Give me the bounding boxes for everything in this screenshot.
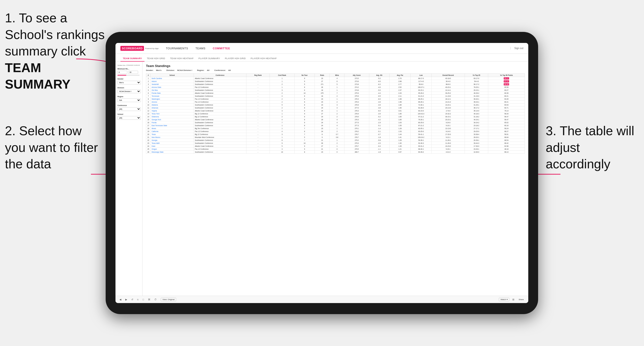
cell-school[interactable]: Ole Miss (150, 89, 194, 92)
toolbar-copy[interactable]: ⌘ (147, 298, 151, 301)
toolbar-share-icon[interactable]: ⎋ (136, 298, 140, 301)
table-row[interactable]: 6 Florida State Atlantic Coast Conferenc… (146, 92, 525, 95)
cell-school[interactable]: Florida State (150, 92, 194, 95)
cell-adj-score: 276.3 (344, 109, 369, 112)
cell-rnds: 27 (314, 80, 330, 83)
cell-school[interactable]: Florida (150, 121, 194, 124)
table-row[interactable]: 5 Ole Miss Southeastern Conference - 3 6… (146, 89, 525, 92)
tab-player-h2h-heatmap[interactable]: PLAYER H2H HEATMAP (248, 56, 279, 62)
table-row[interactable]: 2 Auburn Southeastern Conference - 1 9 2… (146, 80, 525, 83)
nav-committee[interactable]: COMMITTEE (213, 47, 230, 50)
table-row[interactable]: 17 East Tennessee State Southeastern Con… (146, 124, 525, 127)
cell-avg-par: 1.21 (390, 148, 410, 151)
table-row[interactable]: 8 Washington Pac-12 Conference - 2 8 23 … (146, 98, 525, 101)
tab-team-h2h-heatmap[interactable]: TEAM H2H HEATMAP (168, 56, 196, 62)
tab-team-h2h-grid[interactable]: TEAM H2H GRID (144, 56, 168, 62)
cell-school[interactable]: Washington (150, 98, 194, 101)
cell-school[interactable]: Illinois (150, 127, 194, 130)
cell-school[interactable]: Arizona (150, 101, 194, 104)
toolbar-bookmark[interactable]: □ (142, 298, 145, 301)
nav-tournaments[interactable]: TOURNAMENTS (166, 47, 188, 50)
table-row[interactable]: 13 Texas Tech Big 12 Conference - 1 9 27… (146, 112, 525, 115)
cell-school[interactable]: North Carolina (150, 77, 194, 80)
cell-conference: Southeastern Conference (194, 142, 246, 145)
nav-teams[interactable]: TEAMS (196, 47, 206, 50)
table-row[interactable]: 25 Oregon Pac-12 Conference - 3 9 21 0 2… (146, 148, 525, 151)
table-row[interactable]: 21 New Mexico Mountain West Conference -… (146, 136, 525, 139)
filter-school-select[interactable]: (All) (118, 116, 141, 120)
table-row[interactable]: 26 Mississippi State Southeastern Confer… (146, 151, 525, 154)
cell-school[interactable]: Georgia (150, 139, 194, 142)
cell-vs25: 33-38-4 (465, 133, 488, 136)
view-original-btn[interactable]: View: Original (161, 298, 176, 301)
cell-school[interactable]: East Tennessee State (150, 124, 194, 127)
cell-school[interactable]: Duke (150, 145, 194, 148)
toolbar-reload[interactable]: ↺ (130, 298, 134, 301)
filter-region-select[interactable]: N/A All (118, 98, 141, 102)
table-row[interactable]: 12 Virginia Atlantic Coast Conference - … (146, 109, 525, 112)
toolbar-back[interactable]: ◀ (118, 298, 122, 301)
cell-school[interactable]: Arkansas (150, 107, 194, 109)
tab-player-h2h-grid[interactable]: PLAYER H2H GRID (222, 56, 248, 62)
filter-gender-select[interactable]: Men's Women's (118, 81, 141, 84)
cell-school[interactable]: Texas (150, 133, 194, 136)
table-row[interactable]: 18 Illinois Big Ten Conference - 1 7 23 … (146, 127, 525, 130)
table-row[interactable]: 4 Arizona State Pac-12 Conference - 1 8 … (146, 86, 525, 89)
toolbar-grid[interactable]: ⊞ (511, 298, 515, 301)
cell-school[interactable]: Mississippi State (150, 151, 194, 154)
table-row[interactable]: 15 Georgia Tech Atlantic Coast Conferenc… (146, 118, 525, 121)
table-row[interactable]: 9 Arizona Pac-12 Conference - 2 8 23 2 2… (146, 101, 525, 104)
table-row[interactable]: 24 Duke Atlantic Coast Conference - 5 9 … (146, 145, 525, 148)
instruction-step1-text: 1. To see a School's rankings summary cl… (5, 11, 105, 58)
table-area: Team Standings Gender: Men's Division: N… (142, 62, 528, 296)
toolbar-clock[interactable]: ⏱ (153, 298, 158, 301)
col-avg-par: Avg. Par (390, 74, 410, 77)
cell-school[interactable]: Tennessee (150, 95, 194, 98)
cell-school[interactable]: Vanderbilt (150, 83, 194, 86)
filter-rounds-min[interactable] (118, 71, 127, 74)
table-row[interactable]: 22 Georgia Southeastern Conference - 8 7… (146, 139, 525, 142)
cell-school[interactable]: Texas Tech (150, 112, 194, 115)
cell-vs25: 40-29-2 (465, 92, 488, 95)
table-row[interactable]: 23 Texas A&M Southeastern Conference - 9… (146, 142, 525, 145)
filter-conference-value: All (228, 69, 231, 71)
slider-bar[interactable] (118, 75, 140, 76)
cell-school[interactable]: Georgia Tech (150, 118, 194, 121)
cell-no-tour: 8 (294, 124, 315, 127)
sign-out[interactable]: Sign out (510, 47, 523, 50)
cell-school[interactable]: New Mexico (150, 136, 194, 139)
cell-school[interactable]: California (150, 130, 194, 133)
cell-school[interactable]: Alabama (150, 104, 194, 107)
tab-player-summary[interactable]: PLAYER SUMMARY (196, 56, 222, 62)
filter-division-select[interactable]: NCAA Division I NCAA Division II NCAA Di… (118, 90, 141, 93)
share-btn[interactable]: Share (517, 298, 525, 301)
cell-reg-rank: - (246, 118, 270, 121)
cell-school[interactable]: Arizona State (150, 86, 194, 89)
table-row[interactable]: 11 Arkansas Southeastern Conference - 2 … (146, 107, 525, 109)
table-row[interactable]: 7 Tennessee Southeastern Conference - 4 … (146, 95, 525, 98)
table-row[interactable]: 14 Oklahoma Big 12 Conference - 2 6 24 2… (146, 115, 525, 118)
cell-low: 95-6-0 (410, 83, 432, 86)
watch-btn[interactable]: Watch ▾ (499, 298, 509, 301)
table-row[interactable]: 16 Florida Southeastern Conference - 7 9… (146, 121, 525, 124)
cell-school[interactable]: Virginia (150, 109, 194, 112)
table-row[interactable]: 3 Vanderbilt Southeastern Conference - 2… (146, 83, 525, 86)
cell-adj-score: 278.7 (344, 136, 369, 139)
table-row[interactable]: 20 Texas Big 12 Conference - 3 7 8 0.7 2… (146, 133, 525, 136)
table-row[interactable]: 10 Alabama Southeastern Conference - 5 8… (146, 104, 525, 107)
filter-school-label: School (118, 113, 140, 115)
cell-school[interactable]: Texas A&M (150, 142, 194, 145)
cell-school[interactable]: Auburn (150, 80, 194, 83)
tab-team-summary[interactable]: TEAM SUMMARY (120, 56, 144, 62)
cell-school[interactable]: Oregon (150, 148, 194, 151)
table-row[interactable]: 19 California Pac-12 Conference - 4 8 24… (146, 130, 525, 133)
cell-rank: 3 (146, 83, 150, 86)
toolbar-forward[interactable]: ▶ (124, 298, 128, 301)
filter-conference-select[interactable]: (All) (118, 107, 141, 111)
table-row[interactable]: 1 North Carolina Atlantic Coast Conferen… (146, 77, 525, 80)
instruction-step1-bold: TEAM SUMMARY (5, 61, 70, 92)
cell-school[interactable]: Oklahoma (150, 115, 194, 118)
filter-rounds-max[interactable] (128, 71, 138, 74)
cell-rank: 4 (146, 86, 150, 89)
cell-low: 83-15-0 (410, 109, 432, 112)
